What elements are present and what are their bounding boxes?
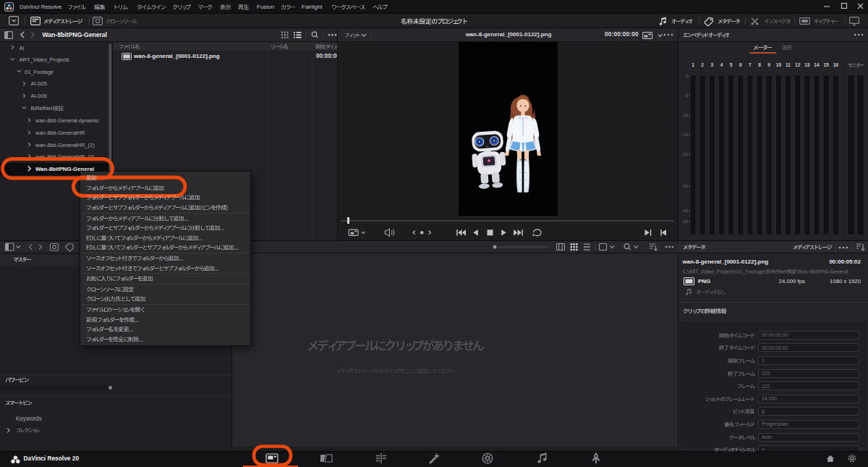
svg-text:-5: -5 xyxy=(684,93,688,98)
svg-text:7: 7 xyxy=(749,62,752,67)
svg-text:-15: -15 xyxy=(682,132,688,137)
svg-text:0: 0 xyxy=(686,74,688,78)
svg-text:4: 4 xyxy=(720,62,723,67)
svg-text:6: 6 xyxy=(739,62,742,67)
svg-text:5: 5 xyxy=(730,62,733,67)
svg-text:1: 1 xyxy=(692,62,694,67)
svg-text:11: 11 xyxy=(786,62,791,67)
svg-text:-50: -50 xyxy=(682,219,688,224)
svg-text:10: 10 xyxy=(776,62,782,67)
svg-text:16: 16 xyxy=(833,62,839,67)
svg-text:-40: -40 xyxy=(682,209,688,213)
svg-text:-10: -10 xyxy=(682,113,688,117)
svg-text:3: 3 xyxy=(710,62,713,67)
svg-text:15: 15 xyxy=(823,62,829,67)
svg-text:-30: -30 xyxy=(682,184,688,188)
svg-text:-20: -20 xyxy=(682,152,688,156)
svg-text:12: 12 xyxy=(795,62,801,67)
svg-text:2: 2 xyxy=(701,62,704,67)
svg-text:8: 8 xyxy=(758,62,761,67)
svg-text:9: 9 xyxy=(767,62,770,67)
svg-text:14: 14 xyxy=(814,62,820,67)
svg-text:13: 13 xyxy=(804,62,810,67)
